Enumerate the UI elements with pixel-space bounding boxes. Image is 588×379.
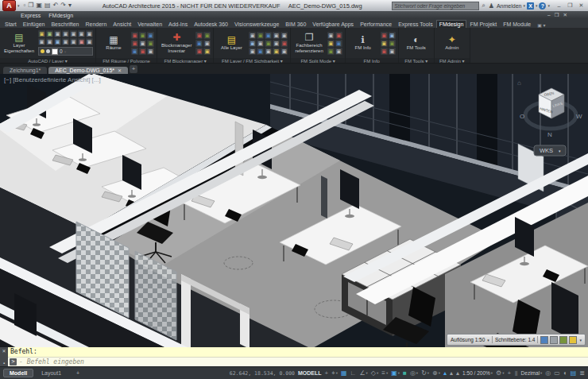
exchange-caret-icon[interactable]: ▾ (536, 3, 538, 8)
small-tool-icon[interactable]: ▣ (131, 48, 138, 55)
layout-tab-modell[interactable]: Modell (3, 369, 33, 377)
fm-admin-button[interactable]: ✦Admin (437, 29, 467, 57)
layer-dropdown[interactable]: 0▾ (38, 47, 93, 56)
alle-layer-button[interactable]: ▤Alle Layer (216, 29, 246, 57)
exchange-apps-icon[interactable]: X (527, 2, 534, 10)
small-tool-icon[interactable]: ▣ (78, 38, 85, 45)
cut-plane-button[interactable]: Schnittebene: 1.4 (495, 337, 536, 342)
panel-title-fm-blockmanager[interactable]: FM Blockmanager ▾ (157, 58, 213, 64)
small-tool-icon[interactable]: ▣ (257, 40, 264, 47)
customization-icon[interactable]: ≣ (579, 369, 585, 377)
graphics-performance-icon[interactable]: ▤ (571, 369, 577, 377)
small-tool-icon[interactable]: ▣ (335, 48, 342, 55)
3d-object-snap-icon[interactable]: ⊕▾ (432, 369, 440, 377)
annotation-scale-icon[interactable]: ▴ (456, 369, 459, 377)
small-tool-icon[interactable]: ▣ (249, 40, 256, 47)
small-tool-icon[interactable]: ▣ (54, 30, 61, 37)
small-tool-icon[interactable]: ▣ (147, 40, 154, 47)
ribbon-tab-autodesk-360[interactable]: Autodesk 360 (191, 20, 231, 28)
new-drawing-tab-button[interactable]: + (130, 65, 137, 73)
resolution-caret-icon[interactable]: ▾ (487, 338, 489, 342)
menu-fmdesign[interactable]: FMdesign (48, 13, 73, 18)
small-tool-icon[interactable]: ▣ (327, 48, 335, 55)
viewport-view-control[interactable]: [Benutzerdefinierte Ansicht] (13, 76, 90, 83)
plot-icon[interactable]: ▤ (44, 2, 52, 10)
small-tool-icon[interactable]: ▣ (195, 40, 203, 47)
small-tool-icon[interactable]: ▣ (147, 32, 154, 39)
help-caret-icon[interactable]: ▾ (547, 3, 550, 8)
small-tool-icon[interactable]: ▣ (265, 48, 272, 55)
autoscale-icon[interactable]: ▴ (450, 369, 453, 377)
ortho-mode-icon[interactable]: ∟ (350, 369, 357, 377)
small-tool-icon[interactable]: ▣ (46, 30, 53, 37)
compass-west-label[interactable]: W (576, 113, 582, 120)
layout-tab-layout1[interactable]: Layout1 (35, 369, 68, 377)
doc-close-button[interactable]: ✕ (563, 12, 567, 18)
ribbon-minimize-icon[interactable]: ▣ ▾ (537, 22, 545, 28)
small-tool-icon[interactable]: ▣ (195, 48, 203, 55)
small-tool-icon[interactable]: ▣ (195, 32, 203, 39)
small-tool-icon[interactable]: ▣ (46, 38, 53, 45)
small-tool-icon[interactable]: ▣ (203, 40, 211, 47)
coordinates-display[interactable]: 62.642, 18.534, 0.000 (230, 370, 295, 377)
small-tool-icon[interactable]: ▣ (265, 40, 272, 47)
search-icon[interactable]: ⌕ (481, 2, 485, 10)
menu-express[interactable]: Express (21, 13, 41, 18)
compass-north-label[interactable]: N (547, 131, 552, 138)
workspace-switching-icon[interactable]: ⚙▾ (496, 369, 504, 377)
ribbon-tab-start[interactable]: Start (2, 20, 20, 28)
ribbon-tab-verf-gbare-apps[interactable]: Verfügbare Apps (309, 20, 357, 28)
isometric-drafting-icon[interactable]: ◇▾ (371, 369, 378, 377)
small-tool-icon[interactable]: ▣ (147, 48, 154, 55)
dynamic-ucs-icon[interactable]: ↻▾ (421, 369, 429, 377)
drawing-tab-aec-demo-dwg-015[interactable]: AEC_Demo-DWG_015*✕ (48, 67, 128, 74)
panel-title-fm-split-mode[interactable]: FM Split Mode ▾ (291, 58, 344, 64)
resolution-dropdown[interactable]: Auflösung 1:50 (451, 337, 485, 342)
object-snap-icon[interactable]: ▣▾ (391, 369, 400, 377)
close-tab-icon[interactable]: ✕ (118, 68, 122, 73)
small-tool-icon[interactable]: ▣ (139, 32, 146, 39)
small-tool-icon[interactable]: ▣ (381, 48, 388, 55)
annotation-monitor-icon[interactable]: + (508, 369, 512, 377)
wcs-label[interactable]: WKS (540, 147, 553, 154)
window-minimize-button[interactable]: – (555, 2, 563, 10)
panel-title-fm-tools[interactable]: FM Tools ▾ (399, 58, 434, 64)
polar-tracking-icon[interactable]: ∠▾ (359, 369, 367, 377)
raeume-button[interactable]: ▦Räume (99, 29, 129, 57)
small-tool-icon[interactable]: ▣ (131, 32, 138, 39)
ribbon-tab-fmdesign[interactable]: FMdesign (436, 20, 467, 28)
small-tool-icon[interactable]: ▣ (273, 48, 280, 55)
fm-tools-button[interactable]: ◐FM Tools (401, 29, 431, 57)
command-input-row[interactable]: > - Befehl eingeben (8, 357, 588, 366)
small-tool-icon[interactable]: ▣ (381, 32, 388, 39)
small-tool-icon[interactable]: ▣ (78, 30, 85, 37)
display-config-icon[interactable] (569, 336, 577, 344)
statusbar-separator[interactable]: ▮ (514, 369, 517, 377)
annotation-visibility-icon[interactable]: ▴ (443, 369, 447, 377)
window-close-button[interactable]: ✕ (577, 2, 586, 10)
small-tool-icon[interactable]: ▣ (131, 40, 138, 47)
ribbon-tab-add-ins[interactable]: Add-Ins (165, 20, 191, 28)
display-config-icon[interactable] (540, 336, 548, 344)
ribbon-tab-fm-module[interactable]: FM Module (500, 20, 534, 28)
drawing-tab-zeichnung1[interactable]: Zeichnung1* (3, 67, 47, 74)
small-tool-icon[interactable]: ▣ (335, 32, 342, 39)
small-tool-icon[interactable]: ▣ (280, 32, 288, 39)
small-tool-icon[interactable]: ▣ (249, 32, 256, 39)
compass-east-label[interactable]: O (520, 113, 524, 120)
small-tool-icon[interactable]: ▣ (86, 30, 93, 37)
redo-icon[interactable]: ↷ (60, 2, 67, 10)
small-tool-icon[interactable]: ▣ (203, 48, 211, 55)
small-tool-icon[interactable]: ▣ (273, 40, 280, 47)
ribbon-tab-express-tools[interactable]: Express Tools (395, 20, 435, 28)
panel-title-fm-admin[interactable]: FM Admin ▾ (435, 58, 470, 64)
grid-display-icon[interactable]: ▦ (341, 369, 347, 377)
application-menu-button[interactable]: A (2, 0, 16, 11)
small-tool-icon[interactable]: ▣ (38, 30, 45, 37)
new-layout-button[interactable]: + (70, 369, 86, 377)
drawing-viewport[interactable]: [−] [Benutzerdefinierte Ansicht] [...] (0, 74, 588, 347)
object-snap-tracking-icon[interactable]: ≡▾ (381, 369, 388, 377)
ribbon-tab-rendern[interactable]: Rendern (82, 20, 110, 28)
viewport-minimize-control[interactable]: [−] (4, 76, 11, 83)
small-tool-icon[interactable]: ▣ (389, 32, 396, 39)
